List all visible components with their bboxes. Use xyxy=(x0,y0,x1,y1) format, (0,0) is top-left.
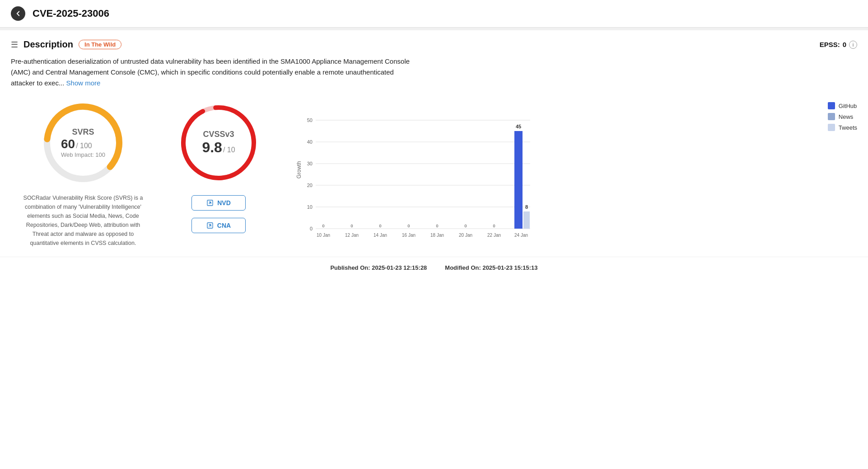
modified-date: Modified On: 2025-01-23 15:15:13 xyxy=(445,264,537,271)
svrs-score-display: 60 / 100 xyxy=(61,137,105,151)
epss-info-icon[interactable]: i xyxy=(849,41,857,49)
modified-value: 2025-01-23 15:15:13 xyxy=(482,264,537,271)
cvss-labels: CVSSv3 9.8 / 10 xyxy=(202,130,235,156)
chart-area: Growth 0 10 20 30 40 xyxy=(295,98,821,244)
section-header: ☰ Description In The Wild EPSS: 0 i xyxy=(11,39,857,50)
cna-label: CNA xyxy=(217,222,231,229)
svg-text:50: 50 xyxy=(307,117,313,123)
bar-tweets-24jan xyxy=(523,211,530,229)
svg-text:8: 8 xyxy=(525,204,528,210)
epss-value: 0 xyxy=(843,41,846,48)
svrs-section: SVRS 60 / 100 Web Impact: 100 SOCRadar V… xyxy=(11,98,155,248)
chart-wrapper: Growth 0 10 20 30 40 xyxy=(295,98,857,244)
legend-tweets: Tweets xyxy=(828,124,857,131)
page-header: CVE-2025-23006 xyxy=(0,0,868,28)
legend-color-tweets xyxy=(828,124,835,131)
legend-color-news xyxy=(828,113,835,120)
svrs-description: SOCRadar Vulnerability Risk Score (SVRS)… xyxy=(20,193,146,248)
cna-button[interactable]: CNA xyxy=(191,218,246,233)
published-date: Published On: 2025-01-23 12:15:28 xyxy=(330,264,427,271)
svg-text:0: 0 xyxy=(350,224,353,228)
svg-text:0: 0 xyxy=(379,224,381,228)
svg-text:0: 0 xyxy=(407,224,410,228)
cvss-gauge: CVSSv3 9.8 / 10 xyxy=(173,98,264,188)
description-block: Pre-authentication deserialization of un… xyxy=(11,56,417,89)
in-the-wild-badge: In The Wild xyxy=(79,40,121,49)
list-icon: ☰ xyxy=(11,40,18,50)
section-title: Description xyxy=(23,39,73,50)
cvss-denom: / 10 xyxy=(223,146,235,154)
svg-text:0: 0 xyxy=(310,226,313,231)
show-more-link[interactable]: Show more xyxy=(66,79,101,87)
bar-github-24jan xyxy=(514,131,523,229)
epss-score: EPSS: 0 i xyxy=(820,41,857,49)
page-title: CVE-2025-23006 xyxy=(33,8,109,19)
svg-text:24 Jan: 24 Jan xyxy=(514,233,528,238)
legend-label-news: News xyxy=(839,113,854,120)
svrs-gauge: SVRS 60 / 100 Web Impact: 100 xyxy=(38,98,128,188)
cvss-section: CVSSv3 9.8 / 10 NVD CNA xyxy=(155,98,282,233)
legend-label-github: GitHub xyxy=(839,103,857,109)
svg-text:Growth: Growth xyxy=(296,161,302,179)
svrs-labels: SVRS 60 / 100 Web Impact: 100 xyxy=(61,127,105,158)
svg-text:0: 0 xyxy=(436,224,438,228)
svg-text:16 Jan: 16 Jan xyxy=(402,233,415,238)
cvss-score-display: 9.8 / 10 xyxy=(202,139,235,156)
svg-text:10 Jan: 10 Jan xyxy=(317,233,330,238)
svg-text:18 Jan: 18 Jan xyxy=(430,233,444,238)
nvd-button[interactable]: NVD xyxy=(191,195,246,211)
svrs-score: 60 xyxy=(61,137,75,151)
section-title-group: ☰ Description In The Wild xyxy=(11,39,121,50)
svrs-label: SVRS xyxy=(61,127,105,137)
svrs-denom: / 100 xyxy=(76,142,92,150)
epss-text: EPSS: xyxy=(820,41,840,48)
bar-chart-svg: Growth 0 10 20 30 40 xyxy=(295,98,548,242)
legend-color-github xyxy=(828,102,835,109)
svg-text:20: 20 xyxy=(307,183,313,188)
legend-github: GitHub xyxy=(828,102,857,109)
nvd-label: NVD xyxy=(217,199,231,206)
svg-text:30: 30 xyxy=(307,161,313,166)
scores-chart-row: SVRS 60 / 100 Web Impact: 100 SOCRadar V… xyxy=(11,98,857,248)
svg-text:14 Jan: 14 Jan xyxy=(373,233,387,238)
modified-label: Modified On: xyxy=(445,264,481,271)
back-button[interactable] xyxy=(11,6,25,21)
legend-label-tweets: Tweets xyxy=(839,124,857,131)
svg-text:22 Jan: 22 Jan xyxy=(487,233,501,238)
svg-text:0: 0 xyxy=(493,224,495,228)
footer-dates: Published On: 2025-01-23 12:15:28 Modifi… xyxy=(0,257,868,278)
svg-text:0: 0 xyxy=(464,224,467,228)
svg-text:45: 45 xyxy=(516,124,521,129)
cvss-score: 9.8 xyxy=(202,139,222,156)
svg-text:40: 40 xyxy=(307,139,313,145)
svg-text:10: 10 xyxy=(307,204,313,210)
chart-legend: GitHub News Tweets xyxy=(828,98,857,131)
growth-chart-section: Growth 0 10 20 30 40 xyxy=(282,98,857,244)
svrs-web-impact: Web Impact: 100 xyxy=(61,151,105,158)
svg-text:20 Jan: 20 Jan xyxy=(459,233,472,238)
published-value: 2025-01-23 12:15:28 xyxy=(372,264,427,271)
svg-text:0: 0 xyxy=(322,224,324,228)
published-label: Published On: xyxy=(330,264,370,271)
main-content: ☰ Description In The Wild EPSS: 0 i Pre-… xyxy=(0,30,868,257)
legend-news: News xyxy=(828,113,857,120)
cvss-label: CVSSv3 xyxy=(202,130,235,139)
svg-text:12 Jan: 12 Jan xyxy=(345,233,359,238)
